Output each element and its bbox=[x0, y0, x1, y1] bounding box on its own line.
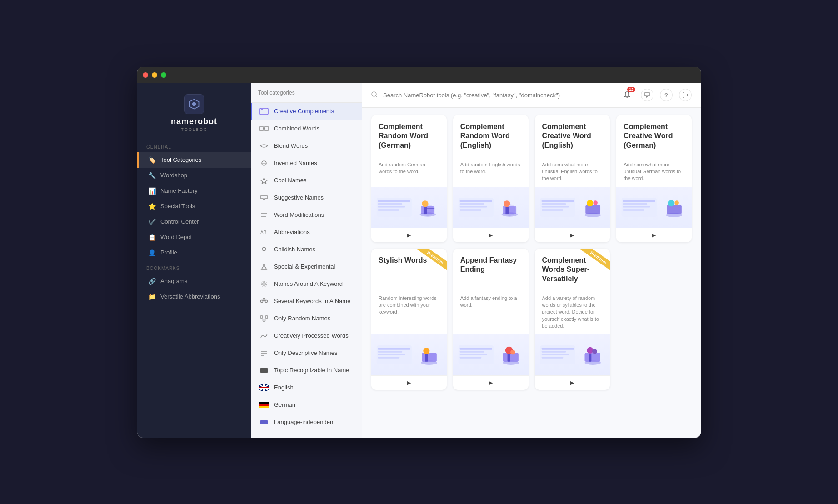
card-illustration bbox=[535, 187, 610, 228]
svg-point-115 bbox=[592, 349, 597, 354]
category-only-descriptive[interactable]: Only Descriptive Names bbox=[251, 344, 362, 362]
svg-point-87 bbox=[675, 200, 679, 205]
notification-button[interactable]: 12 bbox=[620, 88, 634, 102]
profile-icon: 👤 bbox=[148, 249, 156, 256]
logout-button[interactable] bbox=[679, 89, 692, 101]
sidebar-item-versatile-abbreviations[interactable]: 📁 Versatile Abbreviations bbox=[137, 289, 251, 304]
category-combined-words[interactable]: Combined Words bbox=[251, 120, 362, 137]
category-special-experimental[interactable]: Special & Experimental bbox=[251, 258, 362, 275]
card-desc: Add random English words to the word. bbox=[460, 161, 521, 182]
category-suggestive-names[interactable]: Suggestive Names bbox=[251, 189, 362, 206]
svg-rect-67 bbox=[505, 207, 509, 214]
svg-rect-40 bbox=[259, 404, 269, 406]
card-append-fantasy-ending[interactable]: Append Fantasy Ending Add a fantasy endi… bbox=[453, 249, 529, 390]
sidebar-item-tool-categories[interactable]: 🏷️ Tool Categories bbox=[137, 152, 251, 168]
sidebar-item-control-center[interactable]: ✔️ Control Center bbox=[137, 214, 251, 230]
word-modifications-icon bbox=[259, 211, 269, 219]
card-illustration bbox=[371, 187, 447, 228]
svg-rect-75 bbox=[585, 205, 600, 214]
svg-rect-70 bbox=[541, 203, 565, 205]
word-depot-icon: 📋 bbox=[148, 234, 156, 241]
sidebar-item-profile[interactable]: 👤 Profile bbox=[137, 245, 251, 260]
card-play-button[interactable]: ▶ bbox=[371, 375, 447, 390]
svg-marker-12 bbox=[260, 178, 268, 184]
svg-rect-106 bbox=[507, 354, 510, 362]
svg-point-66 bbox=[504, 200, 510, 207]
help-button[interactable]: ? bbox=[660, 89, 673, 101]
svg-point-76 bbox=[587, 200, 593, 206]
sidebar-item-word-depot[interactable]: 📋 Word Depot bbox=[137, 230, 251, 245]
svg-rect-82 bbox=[623, 209, 644, 211]
card-complement-creative-english[interactable]: Complement Creative Word (English) Add s… bbox=[535, 115, 610, 242]
card-play-button[interactable]: ▶ bbox=[371, 228, 447, 242]
card-complement-random-german[interactable]: Complement Random Word (German) Add rand… bbox=[371, 115, 447, 242]
card-desc: Add a fantasy ending to a word. bbox=[460, 295, 521, 330]
minimize-button[interactable] bbox=[152, 72, 157, 78]
category-abbreviations[interactable]: AB Abbreviations bbox=[251, 224, 362, 241]
card-complement-creative-german[interactable]: Complement Creative Word (German) Add so… bbox=[616, 115, 692, 242]
chat-button[interactable] bbox=[641, 89, 653, 101]
svg-rect-99 bbox=[460, 351, 484, 353]
svg-rect-116 bbox=[589, 354, 591, 362]
svg-rect-96 bbox=[425, 354, 428, 362]
category-creatively-processed[interactable]: Creatively Processed Words bbox=[251, 327, 362, 344]
abbreviations-icon: AB bbox=[259, 228, 269, 236]
svg-rect-48 bbox=[378, 200, 410, 202]
svg-point-43 bbox=[372, 92, 376, 96]
sidebar-item-anagrams[interactable]: 🔗 Anagrams bbox=[137, 274, 251, 289]
svg-point-4 bbox=[261, 109, 262, 110]
category-invented-names[interactable]: Invented Names bbox=[251, 155, 362, 172]
svg-rect-81 bbox=[623, 206, 650, 208]
category-cool-names[interactable]: Cool Names bbox=[251, 172, 362, 189]
svg-point-105 bbox=[510, 349, 515, 354]
category-label: Creatively Processed Words bbox=[274, 332, 349, 339]
category-german[interactable]: German bbox=[251, 396, 362, 414]
card-complement-random-english[interactable]: Complement Random Word (English) Add ran… bbox=[453, 115, 529, 242]
svg-rect-62 bbox=[460, 209, 481, 211]
svg-rect-50 bbox=[378, 206, 405, 208]
svg-rect-101 bbox=[460, 357, 481, 359]
category-english[interactable]: English bbox=[251, 379, 362, 396]
card-complement-words-super[interactable]: Premium Complement Words Super-Versatile… bbox=[535, 249, 610, 390]
app-container: namerobot TOOLBOX General 🏷️ Tool Catego… bbox=[137, 83, 701, 438]
svg-rect-85 bbox=[667, 205, 682, 214]
category-several-keywords[interactable]: Several Keywords In A Name bbox=[251, 293, 362, 310]
category-creative-complements[interactable]: Creative Complements bbox=[251, 103, 362, 120]
card-play-button[interactable]: ▶ bbox=[453, 375, 529, 390]
sidebar-item-wordshop[interactable]: 🔧 Wordshop bbox=[137, 168, 251, 183]
close-button[interactable] bbox=[143, 72, 148, 78]
category-language-independent[interactable]: Language-independent bbox=[251, 414, 362, 431]
card-play-button[interactable]: ▶ bbox=[535, 228, 610, 242]
category-topic-recognizable[interactable]: Topic Recognizable In Name bbox=[251, 362, 362, 379]
creative-complements-icon bbox=[259, 107, 269, 115]
category-word-modifications[interactable]: Word Modifications bbox=[251, 206, 362, 224]
category-header: Tool categories bbox=[251, 83, 362, 103]
card-title: Complement Creative Word (German) bbox=[624, 122, 684, 159]
category-label: Word Modifications bbox=[274, 211, 324, 218]
category-blend-words[interactable]: Blend Words bbox=[251, 137, 362, 155]
sidebar-item-label: Special Tools bbox=[160, 203, 195, 210]
card-title: Append Fantasy Ending bbox=[460, 256, 521, 292]
svg-point-5 bbox=[262, 109, 263, 110]
only-descriptive-icon bbox=[259, 349, 269, 357]
card-play-button[interactable]: ▶ bbox=[453, 228, 529, 242]
card-play-button[interactable]: ▶ bbox=[535, 375, 610, 390]
category-only-random-names[interactable]: Only Random Names bbox=[251, 310, 362, 327]
topic-recognizable-icon bbox=[259, 366, 269, 374]
svg-point-23 bbox=[265, 300, 268, 302]
card-stylish-words[interactable]: Premium Stylish Words Random interesting… bbox=[371, 249, 447, 390]
search-input[interactable] bbox=[383, 92, 614, 99]
maximize-button[interactable] bbox=[161, 72, 166, 78]
svg-point-24 bbox=[263, 298, 265, 300]
sidebar-item-label: Versatile Abbreviations bbox=[160, 293, 220, 300]
svg-rect-110 bbox=[541, 354, 568, 355]
category-childish-names[interactable]: Childish Names bbox=[251, 241, 362, 258]
category-names-around-keyword[interactable]: Names Around A Keyword bbox=[251, 275, 362, 293]
svg-rect-69 bbox=[541, 200, 574, 202]
card-play-button[interactable]: ▶ bbox=[616, 228, 692, 242]
sidebar-item-name-factory[interactable]: 📊 Name Factory bbox=[137, 183, 251, 199]
sidebar-item-special-tools[interactable]: ⭐ Special Tools bbox=[137, 199, 251, 214]
svg-rect-61 bbox=[460, 206, 487, 208]
card-title: Complement Random Word (English) bbox=[460, 122, 521, 159]
category-label: Blend Words bbox=[274, 142, 308, 149]
